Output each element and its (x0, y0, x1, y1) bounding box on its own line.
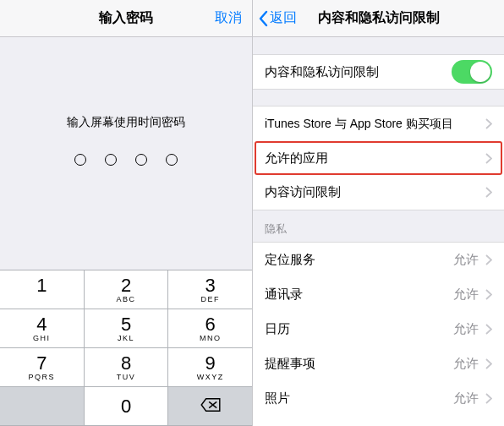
key-letters: WXYZ (197, 374, 224, 381)
key-9[interactable]: 9 WXYZ (168, 348, 252, 387)
key-3[interactable]: 3 DEF (168, 270, 252, 309)
key-letters: TUV (117, 374, 136, 381)
chevron-right-icon (485, 393, 492, 404)
key-4[interactable]: 4 GHI (0, 309, 85, 348)
chevron-right-icon (485, 254, 492, 265)
chevron-right-icon (485, 118, 492, 129)
passcode-dot (105, 154, 117, 166)
key-blank (0, 387, 85, 426)
allowed-apps-row[interactable]: 允许的应用 (253, 140, 504, 176)
key-1[interactable]: 1 (0, 270, 85, 309)
restrictions-navbar: 返回 内容和隐私访问限制 (253, 0, 504, 37)
cell-label: 内容访问限制 (265, 184, 341, 200)
itunes-appstore-row[interactable]: iTunes Store 与 App Store 购买项目 (253, 106, 504, 141)
calendars-row[interactable]: 日历 允许 (253, 311, 504, 347)
key-2[interactable]: 2 ABC (85, 270, 169, 309)
share-my-location-row[interactable]: 共享我的位置 允许 (253, 415, 504, 426)
key-digit: 0 (121, 397, 131, 416)
privacy-section-header: 隐私 (253, 210, 504, 242)
cancel-button[interactable]: 取消 (215, 9, 242, 27)
key-letters (40, 296, 43, 303)
key-delete[interactable] (168, 387, 252, 426)
cell-value: 允许 (453, 390, 479, 407)
passcode-dots (74, 154, 178, 166)
cell-label: 通讯录 (265, 287, 303, 303)
cell-label: 允许的应用 (265, 150, 328, 167)
passcode-screen: 输入密码 取消 输入屏幕使用时间密码 1 2 ABC 3 DEF (0, 0, 252, 426)
cell-value: 允许 (453, 356, 479, 372)
key-letters: DEF (200, 296, 220, 303)
key-digit: 7 (36, 354, 47, 373)
passcode-navbar: 输入密码 取消 (0, 0, 252, 37)
chevron-right-icon (485, 289, 492, 300)
cell-value: 允许 (453, 252, 479, 268)
restrictions-nav-title: 内容和隐私访问限制 (253, 9, 504, 27)
cell-label: 照片 (265, 390, 290, 407)
number-keypad: 1 2 ABC 3 DEF 4 GHI 5 JKL 6 MN (0, 270, 252, 426)
chevron-right-icon (485, 358, 492, 369)
restrictions-screen: 返回 内容和隐私访问限制 内容和隐私访问限制 iTunes Store 与 Ap… (252, 0, 504, 426)
chevron-right-icon (485, 153, 492, 164)
location-services-row[interactable]: 定位服务 允许 (253, 242, 504, 277)
key-5[interactable]: 5 JKL (85, 309, 169, 348)
passcode-area: 输入屏幕使用时间密码 (0, 37, 252, 270)
cell-value: 允许 (453, 287, 479, 303)
key-digit: 5 (121, 315, 131, 334)
key-letters: MNO (200, 335, 222, 342)
key-digit: 2 (121, 276, 131, 295)
cell-label: iTunes Store 与 App Store 购买项目 (265, 117, 453, 132)
restrictions-toggle-row[interactable]: 内容和隐私访问限制 (253, 54, 504, 90)
passcode-dot (135, 154, 147, 166)
reminders-row[interactable]: 提醒事项 允许 (253, 346, 504, 381)
key-digit: 8 (121, 354, 131, 373)
key-6[interactable]: 6 MNO (168, 309, 252, 348)
key-digit: 1 (36, 276, 47, 295)
cell-label: 提醒事项 (265, 356, 315, 372)
cell-value: 允许 (453, 321, 479, 337)
key-letters: PQRS (29, 374, 56, 381)
settings-body: 内容和隐私访问限制 iTunes Store 与 App Store 购买项目 … (253, 37, 504, 426)
key-7[interactable]: 7 PQRS (0, 348, 85, 387)
delete-icon (200, 397, 222, 415)
chevron-right-icon (485, 187, 492, 198)
key-letters: ABC (117, 296, 136, 303)
passcode-prompt: 输入屏幕使用时间密码 (67, 115, 185, 130)
passcode-dot (74, 154, 86, 166)
passcode-dot (166, 154, 178, 166)
key-digit: 4 (36, 315, 47, 334)
cell-label: 定位服务 (265, 252, 315, 268)
contacts-row[interactable]: 通讯录 允许 (253, 276, 504, 312)
cell-label: 内容和隐私访问限制 (265, 64, 379, 80)
restrictions-toggle[interactable] (452, 60, 492, 84)
chevron-right-icon (485, 324, 492, 335)
photos-row[interactable]: 照片 允许 (253, 380, 504, 416)
content-restrictions-row[interactable]: 内容访问限制 (253, 175, 504, 210)
key-0[interactable]: 0 (85, 387, 169, 426)
key-digit: 3 (205, 276, 216, 295)
key-letters: GHI (33, 335, 51, 342)
key-digit: 9 (205, 354, 216, 373)
key-letters: JKL (118, 335, 134, 342)
cell-label: 日历 (265, 321, 290, 337)
key-8[interactable]: 8 TUV (85, 348, 169, 387)
key-digit: 6 (205, 315, 216, 334)
